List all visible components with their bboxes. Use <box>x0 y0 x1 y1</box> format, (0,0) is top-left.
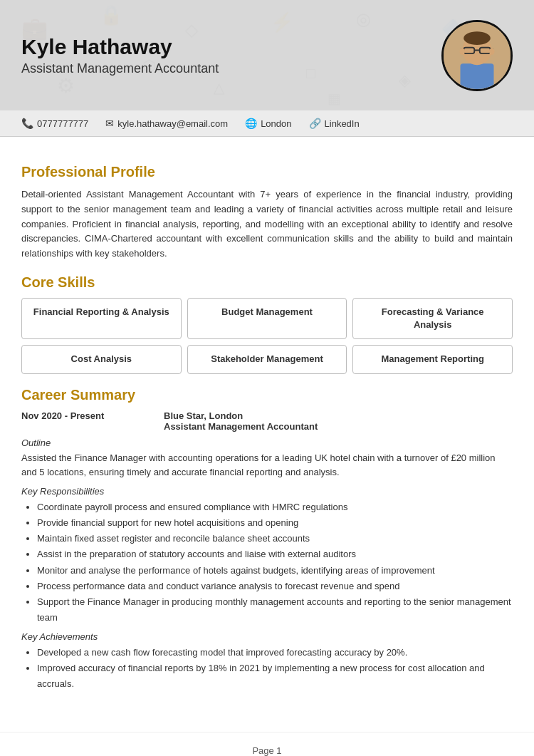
contact-email: ✉ kyle.hathaway@email.com <box>105 118 228 129</box>
candidate-name: Kyle Hathaway <box>21 35 219 58</box>
responsibility-item: Monitor and analyse the performance of h… <box>37 563 513 579</box>
phone-number: 0777777777 <box>37 118 88 129</box>
candidate-title: Assistant Management Accountant <box>21 61 219 76</box>
header-section: 💼 ⚙ 🔒 ⬡ ◇ △ ⚡ □ ◎ ◈ ▦ 🔷 Kyle Hathaway As… <box>0 0 534 110</box>
skill-item-2: Forecasting & Variance Analysis <box>352 298 513 339</box>
responsibility-item: Support the Finance Manager in producing… <box>37 594 513 626</box>
achievements-list: Developed a new cash flow forecasting mo… <box>21 645 513 692</box>
phone-icon: 📞 <box>21 118 33 129</box>
job-company: Blue Star, London <box>164 410 318 421</box>
skill-item-1: Budget Management <box>187 298 347 339</box>
job-entry-0: Nov 2020 - Present Blue Star, London Ass… <box>21 410 513 693</box>
contact-linkedin: 🔗 LinkedIn <box>309 118 360 129</box>
page-number: Page 1 <box>252 745 281 756</box>
achievement-item: Developed a new cash flow forecasting mo… <box>37 645 513 661</box>
avatar <box>441 20 513 91</box>
responsibility-item: Coordinate payroll process and ensured c… <box>37 499 513 515</box>
skill-item-4: Stakeholder Management <box>187 345 347 373</box>
location-text: London <box>261 118 291 129</box>
skills-grid: Financial Reporting & Analysis Budget Ma… <box>21 298 513 374</box>
job-title-sub: Assistant Management Accountant <box>164 421 318 432</box>
responsibility-item: Maintain fixed asset register and reconc… <box>37 531 513 547</box>
skill-item-0: Financial Reporting & Analysis <box>21 298 182 339</box>
svg-text:▦: ▦ <box>328 90 341 106</box>
outline-label: Outline <box>21 437 513 448</box>
skill-item-3: Cost Analysis <box>21 345 182 373</box>
responsibilities-list: Coordinate payroll process and ensured c… <box>21 499 513 626</box>
svg-point-22 <box>489 48 495 55</box>
svg-point-15 <box>464 31 491 45</box>
job-dates: Nov 2020 - Present <box>21 410 164 432</box>
svg-rect-13 <box>461 63 494 89</box>
skills-section-title: Core Skills <box>21 274 513 291</box>
linkedin-text: LinkedIn <box>325 118 360 129</box>
page-footer: Page 1 <box>0 732 534 756</box>
email-icon: ✉ <box>105 118 114 129</box>
responsibility-item: Provide financial support for new hotel … <box>37 515 513 531</box>
job-outline: Assisted the Finance Manager with accoun… <box>21 451 513 481</box>
contact-phone: 📞 0777777777 <box>21 118 88 129</box>
achievement-item: Improved accuracy of financial reports b… <box>37 661 513 692</box>
location-icon: 🌐 <box>245 118 257 129</box>
svg-point-21 <box>460 48 466 55</box>
profile-text: Detail-oriented Assistant Management Acc… <box>21 187 513 262</box>
linkedin-icon: 🔗 <box>309 118 321 129</box>
job-header: Nov 2020 - Present Blue Star, London Ass… <box>21 410 513 432</box>
job-info: Blue Star, London Assistant Management A… <box>164 410 318 432</box>
profile-section-title: Professional Profile <box>21 164 513 180</box>
contact-bar: 📞 0777777777 ✉ kyle.hathaway@email.com 🌐… <box>0 110 534 137</box>
header-text: Kyle Hathaway Assistant Management Accou… <box>21 35 219 76</box>
header-content: Kyle Hathaway Assistant Management Accou… <box>21 20 513 91</box>
main-content: Professional Profile Detail-oriented Ass… <box>0 137 534 725</box>
skill-item-5: Management Reporting <box>352 345 513 373</box>
responsibility-item: Process performance data and conduct var… <box>37 579 513 594</box>
responsibility-item: Assist in the preparation of statutory a… <box>37 547 513 562</box>
career-section-title: Career Summary <box>21 387 513 403</box>
responsibilities-label: Key Responsibilities <box>21 486 513 497</box>
achievements-label: Key Achievements <box>21 631 513 642</box>
contact-location: 🌐 London <box>245 118 291 129</box>
email-address: kyle.hathaway@email.com <box>117 118 228 129</box>
